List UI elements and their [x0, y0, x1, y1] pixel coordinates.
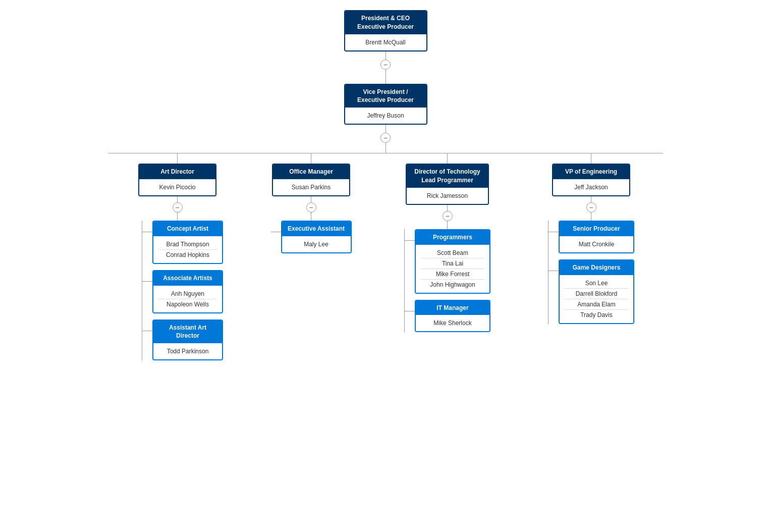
- office-manager-node: Office Manager Susan Parkins: [272, 164, 350, 196]
- vl-office2: [311, 196, 311, 202]
- art-sub-container: Concept Artist Brad Thompson Conrad Hopk…: [122, 221, 233, 360]
- dir-tech-person: Rick Jamesson: [412, 191, 483, 201]
- exec-asst-row: Executive Assistant Maly Lee: [271, 221, 352, 253]
- game-designers-row: Game Designers Son Lee Darrell Blokford …: [548, 259, 634, 324]
- associate-person-2: Napoleon Wells: [158, 299, 217, 309]
- office-mgr-header: Office Manager: [273, 165, 349, 179]
- associate-header: Associate Artists: [153, 271, 222, 286]
- concept-row: Concept Artist Brad Thompson Conrad Hopk…: [142, 221, 223, 264]
- asst-art-person: Todd Parkinson: [158, 346, 217, 356]
- concept-person-2: Conrad Hopkins: [158, 250, 217, 260]
- collapse-vpeng[interactable]: −: [586, 202, 596, 212]
- game-design-person-1: Son Lee: [565, 278, 628, 289]
- vp-eng-node: VP of Engineering Jeff Jackson: [552, 164, 630, 196]
- exec-asst-header: Executive Assistant: [282, 222, 351, 236]
- h-senior: [548, 232, 559, 232]
- asst-art-header: Assistant Art Director: [153, 321, 222, 344]
- h-concept: [142, 232, 152, 232]
- senior-prod-body: Matt Cronkile: [560, 236, 633, 252]
- vline4: [386, 143, 386, 153]
- vp-eng-person: Jeff Jackson: [558, 182, 624, 192]
- vl-tech1: [447, 153, 448, 164]
- prog-person-4: John Highwagon: [421, 280, 484, 290]
- art-dir-header: Art Director: [139, 165, 215, 179]
- senior-prod-person: Matt Cronkile: [565, 239, 628, 249]
- art-sub-nodes: Concept Artist Brad Thompson Conrad Hopk…: [142, 221, 223, 360]
- art-dir-body: Kevin Picocio: [139, 179, 215, 195]
- dir-tech-header: Director of TechnologyLead Programmer: [407, 165, 488, 188]
- ceo-header-main: President & CEOExecutive Producer: [345, 11, 426, 34]
- ceo-body-main: Brentt McQuall: [345, 34, 426, 50]
- vl-vpeng2: [591, 196, 591, 202]
- prog-body: Scott Beam Tina Lai Mike Forrest John Hi…: [416, 245, 489, 293]
- vline3: [386, 125, 386, 133]
- it-manager-node: IT Manager Mike Sherlock: [415, 300, 490, 333]
- collapse-btn-2[interactable]: −: [380, 133, 391, 143]
- four-cols: Art Director Kevin Picocio −: [108, 153, 663, 360]
- associate-body: Anh Nguyen Napoleon Wells: [153, 286, 222, 312]
- art-dir-branch: Art Director Kevin Picocio −: [122, 153, 233, 360]
- concept-artist-node: Concept Artist Brad Thompson Conrad Hopk…: [152, 221, 223, 264]
- asst-art-row: Assistant Art Director Todd Parkinson: [142, 320, 223, 361]
- vp-eng-header: VP of Engineering: [553, 165, 629, 179]
- dir-tech-branch: Director of TechnologyLead Programmer Ri…: [390, 153, 506, 332]
- ceo-node-main: President & CEOExecutive Producer Brentt…: [344, 10, 427, 51]
- game-design-person-4: Trady Davis: [565, 310, 628, 320]
- vl-vpeng3: [591, 212, 591, 221]
- it-person: Mike Sherlock: [421, 318, 484, 328]
- h-associate: [142, 281, 152, 282]
- vline2: [386, 70, 386, 84]
- vl-office1: [311, 153, 311, 164]
- dir-tech-node: Director of TechnologyLead Programmer Ri…: [406, 164, 489, 205]
- vl-tech3: [447, 221, 448, 229]
- asst-art-body: Todd Parkinson: [153, 343, 222, 359]
- h-it: [405, 311, 415, 311]
- prog-header: Programmers: [416, 230, 489, 245]
- game-design-person-3: Amanda Elam: [565, 299, 628, 310]
- h-exec-asst: [271, 232, 281, 232]
- office-mgr-branch: Office Manager Susan Parkins − Executive…: [261, 153, 362, 253]
- it-header: IT Manager: [416, 301, 489, 315]
- art-director-node: Art Director Kevin Picocio: [138, 164, 216, 196]
- vl-office3: [311, 212, 311, 221]
- vp-exec-header: Vice President /Executive Producer: [345, 85, 426, 108]
- exec-asst-person: Maly Lee: [287, 239, 346, 249]
- dir-tech-body: Rick Jamesson: [407, 188, 488, 204]
- it-body: Mike Sherlock: [416, 315, 489, 331]
- top-nodes: President & CEOExecutive Producer Brentt…: [10, 10, 761, 360]
- h-gamedesign: [548, 271, 559, 271]
- game-design-person-2: Darrell Blokford: [565, 289, 628, 299]
- programmers-row: Programmers Scott Beam Tina Lai Mike For…: [405, 229, 490, 294]
- associate-person-1: Anh Nguyen: [158, 289, 217, 299]
- vl-tech2: [447, 205, 448, 211]
- h-bar-main: [108, 153, 663, 153]
- collapse-art[interactable]: −: [173, 202, 183, 212]
- exec-assistant-node: Executive Assistant Maly Lee: [281, 221, 352, 253]
- senior-producer-node: Senior Producer Matt Cronkile: [559, 221, 634, 253]
- vl-art3: [177, 212, 178, 221]
- prog-person-2: Tina Lai: [421, 258, 484, 269]
- vl-art1: [177, 153, 178, 164]
- game-design-body: Son Lee Darrell Blokford Amanda Elam Tra…: [560, 275, 633, 323]
- game-designers-node: Game Designers Son Lee Darrell Blokford …: [559, 259, 634, 324]
- programmers-node: Programmers Scott Beam Tina Lai Mike For…: [415, 229, 490, 294]
- vp-exec-body-main: Jeffrey Buson: [345, 108, 426, 124]
- h-prog: [405, 240, 415, 241]
- collapse-tech[interactable]: −: [443, 211, 453, 221]
- associate-row: Associate Artists Anh Nguyen Napoleon We…: [142, 270, 223, 313]
- vp-eng-branch: VP of Engineering Jeff Jackson − Senior …: [533, 153, 649, 324]
- concept-person-1: Brad Thompson: [158, 239, 217, 250]
- senior-prod-header: Senior Producer: [560, 222, 633, 236]
- associate-artists-node: Associate Artists Anh Nguyen Napoleon We…: [152, 270, 223, 313]
- vl-vpeng1: [591, 153, 591, 164]
- collapse-btn-1[interactable]: −: [380, 60, 391, 70]
- vp-exec-main: Vice President /Executive Producer Jeffr…: [344, 84, 427, 125]
- collapse-office[interactable]: −: [306, 202, 316, 212]
- it-manager-row: IT Manager Mike Sherlock: [405, 300, 490, 333]
- vp-exec-person: Jeffrey Buson: [350, 111, 421, 121]
- vline1: [386, 51, 386, 60]
- concept-header: Concept Artist: [153, 222, 222, 236]
- vp-eng-body: Jeff Jackson: [553, 179, 629, 195]
- senior-prod-row: Senior Producer Matt Cronkile: [548, 221, 634, 253]
- office-mgr-body: Susan Parkins: [273, 179, 349, 195]
